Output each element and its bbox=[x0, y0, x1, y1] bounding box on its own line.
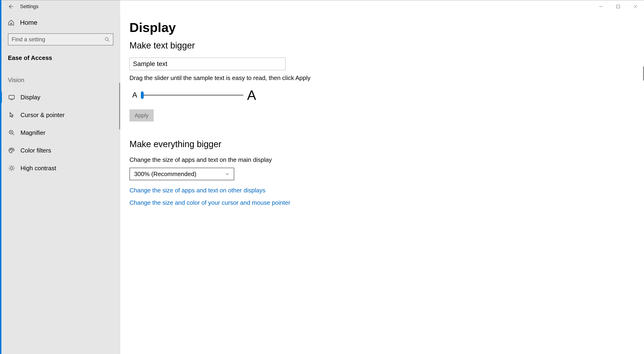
back-button[interactable] bbox=[2, 0, 20, 13]
home-icon bbox=[8, 19, 14, 26]
svg-line-23 bbox=[13, 166, 14, 166]
text-size-slider[interactable] bbox=[141, 95, 243, 96]
content-area: Display Make text bigger Sample text Dra… bbox=[120, 13, 644, 354]
apply-button[interactable]: Apply bbox=[130, 109, 154, 121]
close-icon bbox=[633, 4, 638, 9]
sidebar: Home Ease of Access Vision Display bbox=[2, 13, 120, 354]
titlebar: Settings bbox=[2, 0, 644, 13]
search-icon bbox=[104, 37, 110, 42]
svg-rect-1 bbox=[616, 5, 620, 8]
svg-point-15 bbox=[10, 167, 13, 169]
palette-icon bbox=[8, 147, 15, 154]
sidebar-item-label: High contrast bbox=[20, 165, 56, 172]
link-other-displays[interactable]: Change the size of apps and text on othe… bbox=[130, 187, 635, 194]
scale-dropdown[interactable]: 300% (Recommended) bbox=[130, 168, 234, 180]
window-controls bbox=[592, 0, 644, 13]
sidebar-item-color-filters[interactable]: Color filters bbox=[2, 141, 120, 159]
sidebar-item-magnifier[interactable]: Magnifier bbox=[2, 124, 120, 141]
sidebar-item-high-contrast[interactable]: High contrast bbox=[2, 159, 120, 177]
maximize-icon bbox=[616, 4, 620, 9]
text-size-slider-row: A A bbox=[130, 87, 635, 103]
svg-line-20 bbox=[10, 166, 10, 166]
content-scrollbar[interactable] bbox=[643, 66, 644, 80]
svg-line-5 bbox=[108, 40, 109, 42]
magnifier-icon bbox=[8, 129, 15, 136]
small-a-label: A bbox=[132, 91, 137, 99]
sidebar-item-label: Cursor & pointer bbox=[20, 111, 64, 119]
svg-point-12 bbox=[10, 149, 11, 150]
slider-thumb[interactable] bbox=[141, 91, 144, 99]
dropdown-value: 300% (Recommended) bbox=[134, 170, 196, 178]
display-icon bbox=[8, 94, 15, 100]
svg-line-9 bbox=[12, 134, 14, 135]
category-title: Ease of Access bbox=[2, 53, 120, 69]
minimize-button[interactable] bbox=[592, 0, 610, 13]
sidebar-item-label: Color filters bbox=[20, 147, 51, 154]
link-cursor-pointer[interactable]: Change the size and color of your cursor… bbox=[130, 199, 635, 206]
minimize-icon bbox=[598, 4, 603, 9]
sidebar-item-cursor-pointer[interactable]: Cursor & pointer bbox=[2, 106, 120, 124]
svg-point-13 bbox=[11, 149, 12, 149]
sample-text-box: Sample text bbox=[130, 58, 286, 70]
back-arrow-icon bbox=[8, 4, 14, 10]
section-make-text-bigger: Make text bigger bbox=[130, 41, 635, 51]
home-label: Home bbox=[20, 19, 38, 26]
sidebar-item-label: Display bbox=[20, 94, 40, 101]
sidebar-item-label: Magnifier bbox=[20, 129, 46, 136]
search-box[interactable] bbox=[8, 33, 114, 46]
scale-label: Change the size of apps and text on the … bbox=[130, 156, 635, 163]
section-make-everything-bigger: Make everything bigger bbox=[130, 139, 635, 149]
sidebar-item-display[interactable]: Display bbox=[2, 88, 120, 106]
search-input[interactable] bbox=[12, 36, 104, 43]
big-a-label: A bbox=[247, 87, 256, 103]
svg-point-4 bbox=[105, 38, 108, 41]
settings-window: Settings Home bbox=[0, 0, 644, 354]
sun-icon bbox=[8, 165, 15, 171]
slider-instruction: Drag the slider until the sample text is… bbox=[130, 74, 635, 82]
chevron-down-icon bbox=[225, 172, 230, 176]
svg-line-22 bbox=[10, 170, 10, 170]
section-vision-title: Vision bbox=[2, 69, 120, 88]
svg-line-21 bbox=[13, 170, 14, 170]
page-title: Display bbox=[130, 20, 635, 35]
cursor-icon bbox=[8, 112, 15, 118]
svg-rect-6 bbox=[9, 95, 14, 99]
close-button[interactable] bbox=[627, 0, 644, 13]
maximize-button[interactable] bbox=[610, 0, 627, 13]
svg-point-14 bbox=[12, 149, 13, 150]
sidebar-home[interactable]: Home bbox=[2, 13, 120, 33]
app-title: Settings bbox=[20, 4, 39, 10]
